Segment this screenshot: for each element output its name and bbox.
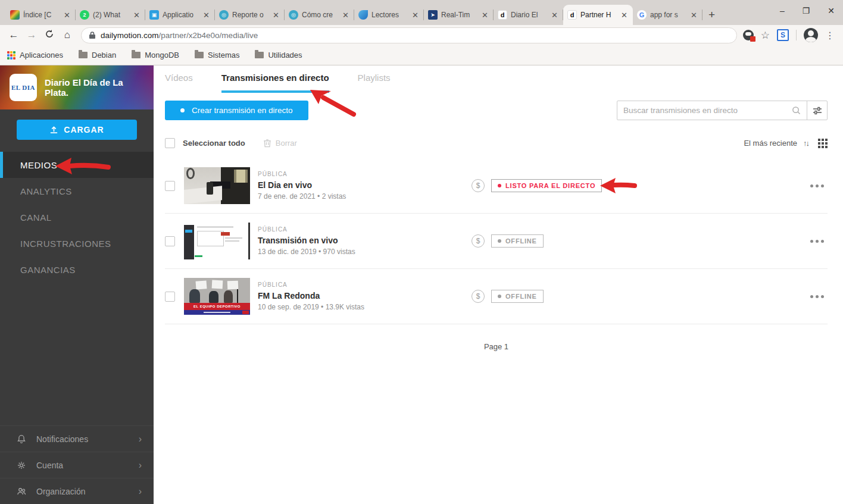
tab-close-icon[interactable]: ✕ xyxy=(550,11,559,20)
monetization-icon[interactable]: $ xyxy=(472,234,485,248)
monetization-icon[interactable]: $ xyxy=(472,290,485,303)
bookmark-folder-debian[interactable]: Debian xyxy=(79,51,116,60)
grid-view-icon[interactable] xyxy=(818,139,828,148)
video-meta: 7 de ene. de 2021 • 2 vistas xyxy=(258,192,469,201)
browser-tab[interactable]: ▣Applicatio✕ xyxy=(145,5,215,25)
tab-close-icon[interactable]: ✕ xyxy=(202,11,211,20)
row-menu-icon[interactable] xyxy=(807,181,828,191)
browser-tab-active[interactable]: dPartner H✕ xyxy=(563,5,633,25)
tab-close-icon[interactable]: ✕ xyxy=(271,11,280,20)
folder-icon xyxy=(195,52,204,58)
delete-button[interactable]: Borrar xyxy=(263,139,297,148)
browser-tab[interactable]: Lectores✕ xyxy=(354,5,424,25)
tab-transmisiones[interactable]: Transmisiones en directo xyxy=(221,73,329,93)
chevron-right-icon: › xyxy=(139,434,142,444)
footer-label: Notificaciones xyxy=(36,434,88,444)
tab-close-icon[interactable]: ✕ xyxy=(341,11,350,20)
apps-grid-icon xyxy=(7,51,15,60)
select-all-label: Seleccionar todo xyxy=(183,139,245,148)
monetization-icon[interactable]: $ xyxy=(472,179,485,192)
channel-header[interactable]: EL DIA Diario El Día de La Plata. xyxy=(0,65,154,109)
row-checkbox[interactable] xyxy=(165,236,175,246)
tab-playlists[interactable]: Playlists xyxy=(358,73,391,93)
row-checkbox[interactable] xyxy=(165,181,175,191)
browser-window: { "browser": { "tabs": [ {"title": "Índi… xyxy=(0,0,843,504)
sort-direction-icon[interactable]: ↑↓ xyxy=(803,139,808,148)
video-thumbnail[interactable] xyxy=(184,223,250,259)
sidebar-item-cuenta[interactable]: Cuenta › xyxy=(0,452,154,478)
video-thumbnail[interactable] xyxy=(184,167,250,204)
row-checkbox[interactable] xyxy=(165,292,175,302)
profile-avatar[interactable] xyxy=(804,28,818,42)
url-bar[interactable]: dailymotion.com/partner/x2b4e0o/media/li… xyxy=(81,27,737,43)
sidebar-item-analytics[interactable]: ANALYTICS xyxy=(0,178,154,204)
media-page: Vídeos Transmisiones en directo Playlist… xyxy=(154,65,843,504)
video-thumbnail[interactable]: EL EQUIPO DEPORTIVO xyxy=(184,278,250,315)
tab-title: Diario El xyxy=(511,11,547,19)
channel-name: Diario El Día de La Plata. xyxy=(45,77,144,98)
video-title[interactable]: FM La Redonda xyxy=(258,291,469,300)
video-info: PÚBLICA El Dia en vivo 7 de ene. de 2021… xyxy=(258,171,469,201)
visibility-label: PÚBLICA xyxy=(258,226,469,233)
sidebar-item-notificaciones[interactable]: Notificaciones › xyxy=(0,425,154,452)
tab-close-icon[interactable]: ✕ xyxy=(620,11,629,20)
tab-title: Applicatio xyxy=(163,11,198,19)
session-extension-icon[interactable]: S xyxy=(777,29,789,41)
upload-button[interactable]: CARGAR xyxy=(17,120,137,140)
bookmark-star-icon[interactable]: ☆ xyxy=(761,29,770,42)
list-item[interactable]: EL EQUIPO DEPORTIVO PÚBLICA FM La Redond… xyxy=(165,269,828,324)
back-button[interactable]: ← xyxy=(6,29,21,41)
tab-close-icon[interactable]: ✕ xyxy=(63,11,71,20)
video-title[interactable]: Transmisión en vivo xyxy=(258,236,469,245)
maximize-button[interactable]: ❐ xyxy=(803,6,810,15)
sidebar-item-medios[interactable]: MEDIOS xyxy=(0,152,154,178)
browser-menu-icon[interactable]: ⋮ xyxy=(825,30,835,41)
select-all-checkbox[interactable] xyxy=(165,138,175,148)
row-menu-icon[interactable] xyxy=(807,236,828,246)
tab-videos[interactable]: Vídeos xyxy=(165,73,193,93)
thumbnail-banner: EL EQUIPO DEPORTIVO xyxy=(184,303,250,310)
new-tab-button[interactable]: + xyxy=(708,8,715,21)
search-box[interactable] xyxy=(617,101,807,120)
sidebar-item-organizacion[interactable]: Organización › xyxy=(0,478,154,504)
minimize-button[interactable]: – xyxy=(780,6,785,15)
close-window-button[interactable]: ✕ xyxy=(828,6,835,15)
create-livestream-button[interactable]: Crear transmisión en directo xyxy=(165,101,308,120)
filter-button[interactable] xyxy=(807,101,827,120)
video-title[interactable]: El Dia en vivo xyxy=(258,180,469,190)
dailymotion-favicon-icon: d xyxy=(567,10,577,20)
browser-tab[interactable]: dDiario El✕ xyxy=(494,5,563,25)
home-button[interactable]: ⌂ xyxy=(60,29,75,41)
search-input[interactable] xyxy=(623,106,787,115)
list-item[interactable]: PÚBLICA Transmisión en vivo 13 de dic. d… xyxy=(165,214,828,269)
bookmark-folder-sistemas[interactable]: Sistemas xyxy=(195,51,239,60)
browser-tab[interactable]: ➤Real-Tim✕ xyxy=(424,5,494,25)
tab-title: Índice [C xyxy=(23,11,59,19)
sidebar-item-canal[interactable]: CANAL xyxy=(0,204,154,230)
sidebar-item-ganancias[interactable]: GANANCIAS xyxy=(0,256,154,283)
bookmark-apps[interactable]: Aplicaciones xyxy=(7,51,63,60)
forward-button[interactable]: → xyxy=(24,29,39,41)
sort-label[interactable]: El más reciente xyxy=(744,139,797,148)
sidebar-item-incrustraciones[interactable]: INCRUSTRACIONES xyxy=(0,230,154,256)
tab-close-icon[interactable]: ✕ xyxy=(411,11,420,20)
tab-close-icon[interactable]: ✕ xyxy=(132,11,141,20)
list-item[interactable]: PÚBLICA El Dia en vivo 7 de ene. de 2021… xyxy=(165,158,828,214)
pagination-label: Page 1 xyxy=(165,342,828,351)
browser-tab[interactable]: ◎Reporte o✕ xyxy=(215,5,285,25)
filter-sliders-icon xyxy=(813,107,822,115)
bookmark-folder-utilidades[interactable]: Utilidades xyxy=(255,51,302,60)
bookmark-folder-mongodb[interactable]: MongoDB xyxy=(132,51,179,60)
tab-close-icon[interactable]: ✕ xyxy=(689,11,698,20)
livestream-list: PÚBLICA El Dia en vivo 7 de ene. de 2021… xyxy=(165,158,828,324)
extension-blocker-icon[interactable] xyxy=(743,30,754,40)
browser-tab[interactable]: 2(2) What✕ xyxy=(76,5,145,25)
row-menu-icon[interactable] xyxy=(807,292,828,302)
tab-close-icon[interactable]: ✕ xyxy=(480,11,489,20)
media-tabs: Vídeos Transmisiones en directo Playlist… xyxy=(165,73,828,93)
reload-button[interactable] xyxy=(42,29,57,42)
browser-tab[interactable]: Gapp for s✕ xyxy=(633,5,702,25)
people-icon xyxy=(15,486,27,497)
browser-tab[interactable]: ◎Cómo cre✕ xyxy=(285,5,354,25)
browser-tab[interactable]: Índice [C✕ xyxy=(6,5,76,25)
